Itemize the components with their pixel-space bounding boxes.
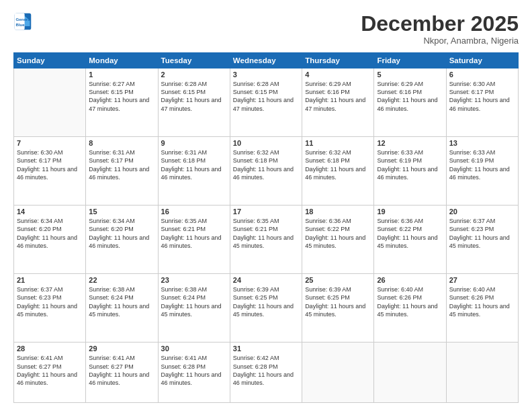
calendar-cell: 30Sunrise: 6:41 AMSunset: 6:28 PMDayligh…: [158, 342, 230, 403]
cell-info: Sunrise: 6:30 AMSunset: 6:17 PMDaylight:…: [449, 80, 515, 113]
weekday-header-wednesday: Wednesday: [230, 53, 302, 68]
cell-info: Sunrise: 6:34 AMSunset: 6:20 PMDaylight:…: [17, 217, 83, 250]
day-number: 22: [89, 276, 154, 284]
title-block: December 2025 Nkpor, Anambra, Nigeria: [361, 12, 519, 46]
day-number: 26: [377, 276, 443, 284]
calendar-cell: 10Sunrise: 6:32 AMSunset: 6:18 PMDayligh…: [230, 137, 302, 205]
day-number: 12: [377, 139, 443, 147]
day-number: 2: [161, 71, 227, 79]
calendar-week-row: 1Sunrise: 6:27 AMSunset: 6:15 PMDaylight…: [14, 68, 519, 137]
calendar-week-row: 7Sunrise: 6:30 AMSunset: 6:17 PMDaylight…: [14, 137, 519, 205]
calendar-cell: 29Sunrise: 6:41 AMSunset: 6:27 PMDayligh…: [86, 342, 158, 403]
day-number: 24: [233, 276, 299, 284]
cell-info: Sunrise: 6:36 AMSunset: 6:22 PMDaylight:…: [305, 217, 371, 250]
calendar-cell: 28Sunrise: 6:41 AMSunset: 6:27 PMDayligh…: [14, 342, 86, 403]
cell-info: Sunrise: 6:41 AMSunset: 6:27 PMDaylight:…: [89, 354, 154, 387]
calendar-cell: 12Sunrise: 6:33 AMSunset: 6:19 PMDayligh…: [374, 137, 446, 205]
calendar-cell: [14, 68, 86, 137]
calendar-week-row: 21Sunrise: 6:37 AMSunset: 6:23 PMDayligh…: [14, 274, 519, 342]
day-number: 14: [17, 208, 83, 216]
cell-info: Sunrise: 6:41 AMSunset: 6:28 PMDaylight:…: [161, 354, 227, 387]
month-title: December 2025: [361, 12, 519, 36]
cell-info: Sunrise: 6:31 AMSunset: 6:18 PMDaylight:…: [161, 148, 227, 181]
calendar-cell: 21Sunrise: 6:37 AMSunset: 6:23 PMDayligh…: [14, 274, 86, 342]
cell-info: Sunrise: 6:39 AMSunset: 6:25 PMDaylight:…: [233, 285, 299, 318]
cell-info: Sunrise: 6:39 AMSunset: 6:25 PMDaylight:…: [305, 285, 371, 318]
cell-info: Sunrise: 6:38 AMSunset: 6:24 PMDaylight:…: [161, 285, 227, 318]
calendar-cell: 17Sunrise: 6:35 AMSunset: 6:21 PMDayligh…: [230, 205, 302, 274]
calendar-cell: 18Sunrise: 6:36 AMSunset: 6:22 PMDayligh…: [302, 205, 374, 274]
calendar-header-row: SundayMondayTuesdayWednesdayThursdayFrid…: [14, 53, 519, 68]
cell-info: Sunrise: 6:40 AMSunset: 6:26 PMDaylight:…: [377, 285, 443, 318]
day-number: 15: [89, 208, 154, 216]
calendar-cell: 13Sunrise: 6:33 AMSunset: 6:19 PMDayligh…: [446, 137, 518, 205]
weekday-header-monday: Monday: [86, 53, 158, 68]
calendar-cell: 14Sunrise: 6:34 AMSunset: 6:20 PMDayligh…: [14, 205, 86, 274]
calendar-week-row: 14Sunrise: 6:34 AMSunset: 6:20 PMDayligh…: [14, 205, 519, 274]
calendar-cell: 1Sunrise: 6:27 AMSunset: 6:15 PMDaylight…: [86, 68, 158, 137]
cell-info: Sunrise: 6:42 AMSunset: 6:28 PMDaylight:…: [233, 354, 299, 387]
cell-info: Sunrise: 6:41 AMSunset: 6:27 PMDaylight:…: [17, 354, 83, 387]
day-number: 23: [161, 276, 227, 284]
cell-info: Sunrise: 6:32 AMSunset: 6:18 PMDaylight:…: [233, 148, 299, 181]
weekday-header-tuesday: Tuesday: [158, 53, 230, 68]
weekday-header-friday: Friday: [374, 53, 446, 68]
calendar-table: SundayMondayTuesdayWednesdayThursdayFrid…: [13, 52, 519, 403]
calendar-cell: 31Sunrise: 6:42 AMSunset: 6:28 PMDayligh…: [230, 342, 302, 403]
day-number: 5: [377, 71, 443, 79]
calendar-cell: 4Sunrise: 6:29 AMSunset: 6:16 PMDaylight…: [302, 68, 374, 137]
calendar-cell: 24Sunrise: 6:39 AMSunset: 6:25 PMDayligh…: [230, 274, 302, 342]
calendar-cell: [446, 342, 518, 403]
cell-info: Sunrise: 6:35 AMSunset: 6:21 PMDaylight:…: [161, 217, 227, 250]
cell-info: Sunrise: 6:32 AMSunset: 6:18 PMDaylight:…: [305, 148, 371, 181]
cell-info: Sunrise: 6:38 AMSunset: 6:24 PMDaylight:…: [89, 285, 154, 318]
calendar-cell: 11Sunrise: 6:32 AMSunset: 6:18 PMDayligh…: [302, 137, 374, 205]
location-subtitle: Nkpor, Anambra, Nigeria: [361, 36, 519, 46]
day-number: 31: [233, 345, 299, 353]
calendar-cell: [302, 342, 374, 403]
cell-info: Sunrise: 6:33 AMSunset: 6:19 PMDaylight:…: [377, 148, 443, 181]
cell-info: Sunrise: 6:31 AMSunset: 6:17 PMDaylight:…: [89, 148, 154, 181]
day-number: 16: [161, 208, 227, 216]
calendar-cell: 19Sunrise: 6:36 AMSunset: 6:22 PMDayligh…: [374, 205, 446, 274]
cell-info: Sunrise: 6:28 AMSunset: 6:15 PMDaylight:…: [161, 80, 227, 113]
cell-info: Sunrise: 6:30 AMSunset: 6:17 PMDaylight:…: [17, 148, 83, 181]
calendar-cell: 25Sunrise: 6:39 AMSunset: 6:25 PMDayligh…: [302, 274, 374, 342]
cell-info: Sunrise: 6:37 AMSunset: 6:23 PMDaylight:…: [449, 217, 515, 250]
day-number: 9: [161, 139, 227, 147]
calendar-cell: 8Sunrise: 6:31 AMSunset: 6:17 PMDaylight…: [86, 137, 158, 205]
calendar-cell: 27Sunrise: 6:40 AMSunset: 6:26 PMDayligh…: [446, 274, 518, 342]
calendar-cell: 16Sunrise: 6:35 AMSunset: 6:21 PMDayligh…: [158, 205, 230, 274]
cell-info: Sunrise: 6:34 AMSunset: 6:20 PMDaylight:…: [89, 217, 154, 250]
header: General Blue December 2025 Nkpor, Anambr…: [13, 12, 519, 46]
logo: General Blue: [13, 12, 32, 31]
day-number: 28: [17, 345, 83, 353]
weekday-header-sunday: Sunday: [14, 53, 86, 68]
cell-info: Sunrise: 6:27 AMSunset: 6:15 PMDaylight:…: [89, 80, 154, 113]
calendar-cell: 3Sunrise: 6:28 AMSunset: 6:15 PMDaylight…: [230, 68, 302, 137]
day-number: 20: [449, 208, 515, 216]
calendar-cell: 2Sunrise: 6:28 AMSunset: 6:15 PMDaylight…: [158, 68, 230, 137]
calendar-cell: [374, 342, 446, 403]
day-number: 11: [305, 139, 371, 147]
calendar-week-row: 28Sunrise: 6:41 AMSunset: 6:27 PMDayligh…: [14, 342, 519, 403]
day-number: 1: [89, 71, 154, 79]
cell-info: Sunrise: 6:29 AMSunset: 6:16 PMDaylight:…: [305, 80, 371, 113]
day-number: 10: [233, 139, 299, 147]
day-number: 30: [161, 345, 227, 353]
cell-info: Sunrise: 6:36 AMSunset: 6:22 PMDaylight:…: [377, 217, 443, 250]
day-number: 29: [89, 345, 154, 353]
weekday-header-saturday: Saturday: [446, 53, 518, 68]
logo-icon: General Blue: [13, 12, 32, 31]
day-number: 3: [233, 71, 299, 79]
day-number: 4: [305, 71, 371, 79]
calendar-cell: 22Sunrise: 6:38 AMSunset: 6:24 PMDayligh…: [86, 274, 158, 342]
cell-info: Sunrise: 6:35 AMSunset: 6:21 PMDaylight:…: [233, 217, 299, 250]
calendar-cell: 23Sunrise: 6:38 AMSunset: 6:24 PMDayligh…: [158, 274, 230, 342]
day-number: 21: [17, 276, 83, 284]
day-number: 6: [449, 71, 515, 79]
calendar-cell: 26Sunrise: 6:40 AMSunset: 6:26 PMDayligh…: [374, 274, 446, 342]
day-number: 18: [305, 208, 371, 216]
cell-info: Sunrise: 6:28 AMSunset: 6:15 PMDaylight:…: [233, 80, 299, 113]
day-number: 17: [233, 208, 299, 216]
